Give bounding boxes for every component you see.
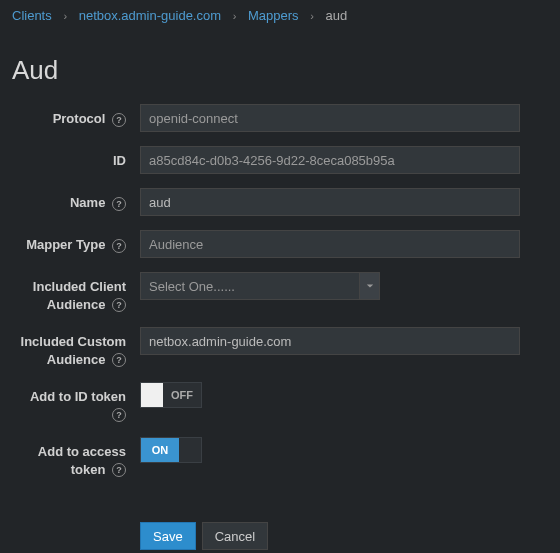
- cancel-button[interactable]: Cancel: [202, 522, 268, 550]
- add-to-access-token-toggle[interactable]: ON: [140, 437, 202, 463]
- help-icon[interactable]: ?: [112, 408, 126, 422]
- chevron-right-icon: ›: [63, 10, 67, 22]
- breadcrumb-link-mappers[interactable]: Mappers: [248, 8, 299, 23]
- select-display: Select One......: [140, 272, 360, 300]
- chevron-right-icon: ›: [233, 10, 237, 22]
- breadcrumb-link-clients[interactable]: Clients: [12, 8, 52, 23]
- toggle-off-label: OFF: [163, 383, 201, 407]
- breadcrumb-current: aud: [325, 8, 347, 23]
- caret-down-icon[interactable]: [360, 272, 380, 300]
- id-value: a85cd84c-d0b3-4256-9d22-8ceca085b95a: [140, 146, 520, 174]
- label-mapper-type: Mapper Type ?: [12, 230, 140, 254]
- chevron-right-icon: ›: [310, 10, 314, 22]
- breadcrumb: Clients › netbox.admin-guide.com › Mappe…: [0, 0, 560, 31]
- toggle-handle: [141, 383, 163, 407]
- label-included-custom-audience: Included Custom Audience ?: [12, 327, 140, 368]
- label-add-to-access-token: Add to access token ?: [12, 437, 140, 478]
- help-icon[interactable]: ?: [112, 239, 126, 253]
- label-name: Name ?: [12, 188, 140, 212]
- toggle-handle: [179, 438, 201, 462]
- breadcrumb-link-client[interactable]: netbox.admin-guide.com: [79, 8, 221, 23]
- help-icon[interactable]: ?: [112, 353, 126, 367]
- help-icon[interactable]: ?: [112, 113, 126, 127]
- help-icon[interactable]: ?: [112, 197, 126, 211]
- add-to-id-token-toggle[interactable]: OFF: [140, 382, 202, 408]
- toggle-on-label: ON: [141, 438, 179, 462]
- help-icon[interactable]: ?: [112, 298, 126, 312]
- label-included-client-audience: Included Client Audience ?: [12, 272, 140, 313]
- included-custom-audience-input[interactable]: [140, 327, 520, 355]
- label-protocol: Protocol ?: [12, 104, 140, 128]
- form: Protocol ? openid-connect ID a85cd84c-d0…: [0, 104, 560, 550]
- label-id: ID: [12, 146, 140, 170]
- mapper-type-value: Audience: [140, 230, 520, 258]
- included-client-audience-select[interactable]: Select One......: [140, 272, 380, 300]
- protocol-value: openid-connect: [140, 104, 520, 132]
- save-button[interactable]: Save: [140, 522, 196, 550]
- page-title: Aud: [0, 31, 560, 104]
- name-input[interactable]: [140, 188, 520, 216]
- help-icon[interactable]: ?: [112, 463, 126, 477]
- label-add-to-id-token: Add to ID token ?: [12, 382, 140, 423]
